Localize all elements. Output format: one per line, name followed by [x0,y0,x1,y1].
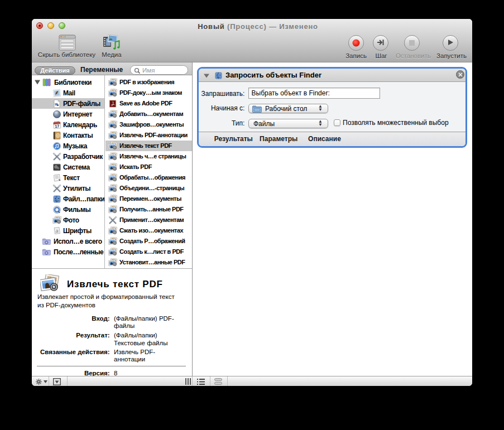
svg-text:a: a [55,228,58,234]
svg-text:17: 17 [55,123,60,129]
